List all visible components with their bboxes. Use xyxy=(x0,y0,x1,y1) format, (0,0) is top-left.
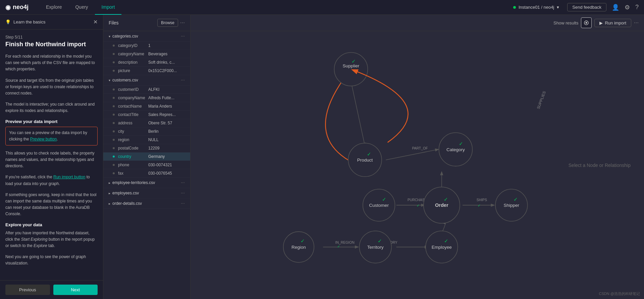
file-row: phone 030-0074321 xyxy=(103,161,190,169)
file-name-emp-territories: employee-territories.csv xyxy=(112,180,155,185)
svg-text:Supplier: Supplier xyxy=(343,63,360,68)
svg-text:Category: Category xyxy=(446,147,465,152)
svg-text:✓: ✓ xyxy=(459,141,463,146)
svg-text:✓: ✓ xyxy=(417,203,420,207)
next-button[interactable]: Next xyxy=(53,285,98,295)
panel-header: 💡 Learn the basics ✕ xyxy=(0,15,103,29)
file-name-customers: customers.csv xyxy=(112,78,138,82)
tab-import[interactable]: Import xyxy=(95,0,122,15)
file-more-icon[interactable]: ⋯ xyxy=(181,201,185,206)
svg-point-1 xyxy=(586,22,587,24)
file-group-header-order-details[interactable]: ▸ order-details.csv ⋯ xyxy=(103,198,190,209)
nav-icon-buttons: 👤 ⚙ ? xyxy=(612,4,639,11)
file-group-header-categories[interactable]: ▾ categories.csv ⋯ xyxy=(103,31,190,42)
files-title: Files xyxy=(109,20,119,25)
top-navigation: ◉ neo4j Explore Query Import Instance01 … xyxy=(0,0,644,15)
graph-canvas[interactable]: 🔍 🗑 xyxy=(191,31,644,299)
logo-icon: ◉ xyxy=(5,4,11,11)
svg-text:Order: Order xyxy=(435,202,448,208)
more-options-icon[interactable]: ⋯ xyxy=(180,20,185,25)
run-import-button[interactable]: ▶ Run import xyxy=(594,19,631,27)
file-row: description Soft drinks, c... xyxy=(103,58,190,67)
row-dot xyxy=(113,164,115,166)
panel-para-2: Source and target IDs from the original … xyxy=(5,77,98,97)
play-icon: ▶ xyxy=(599,20,603,25)
row-dot xyxy=(113,53,115,55)
row-dot xyxy=(113,45,115,47)
file-row: address Obere Str. 57 xyxy=(103,119,190,127)
file-group-employees: ▸ employees.csv ⋯ xyxy=(103,188,190,198)
send-feedback-button[interactable]: Send feedback xyxy=(567,3,606,11)
svg-text:Shipper: Shipper xyxy=(504,203,520,208)
row-dot xyxy=(113,172,115,174)
svg-text:Customer: Customer xyxy=(369,203,389,208)
row-dot xyxy=(113,88,115,91)
help-icon[interactable]: ? xyxy=(635,4,639,11)
file-group-header-customers[interactable]: ▾ customers.csv ⋯ xyxy=(103,75,190,85)
instance-status-dot xyxy=(513,6,516,9)
file-name-order-details: order-details.csv xyxy=(112,201,142,206)
file-row: categoryName Beverages xyxy=(103,50,190,58)
close-panel-button[interactable]: ✕ xyxy=(93,19,98,25)
panel-content: Step 5/11 Finish the Northwind import Fo… xyxy=(0,29,103,280)
settings-icon[interactable]: ⚙ xyxy=(625,4,630,11)
lightbulb-icon: 💡 xyxy=(5,19,11,24)
explore-section-heading: Explore your data xyxy=(5,222,98,227)
instance-selector[interactable]: Instance01 / neo4j ▾ xyxy=(513,5,559,10)
expand-icon: ▸ xyxy=(109,181,110,185)
file-group-order-details: ▸ order-details.csv ⋯ xyxy=(103,198,190,209)
file-more-icon[interactable]: ⋯ xyxy=(181,78,185,82)
preview-section-heading: Preview your data import xyxy=(5,119,98,124)
file-row: picture 0x151C2F000... xyxy=(103,67,190,75)
explore-para-1: After you have imported the Northwind da… xyxy=(5,230,98,249)
svg-text:SHIPS: SHIPS xyxy=(477,198,487,202)
step-title: Finish the Northwind import xyxy=(5,41,98,48)
panel-para-4: This allows you to check node labels, th… xyxy=(5,150,98,170)
svg-text:✓: ✓ xyxy=(337,244,340,248)
svg-text:Region: Region xyxy=(291,245,306,250)
tab-query[interactable]: Query xyxy=(68,0,95,15)
svg-text:Territory: Territory xyxy=(367,245,384,250)
preview-highlight-box: You can see a preview of the data import… xyxy=(5,127,98,145)
file-row-country: country Germany xyxy=(103,153,190,161)
tab-explore[interactable]: Explore xyxy=(39,0,68,15)
svg-text:Product: Product xyxy=(357,158,373,163)
svg-text:✓: ✓ xyxy=(444,238,448,244)
previous-button[interactable]: Previous xyxy=(5,285,50,295)
panel-para-6: If something goes wrong, keep in mind th… xyxy=(5,192,98,218)
file-more-icon[interactable]: ⋯ xyxy=(181,34,185,39)
app-logo: ◉ neo4j xyxy=(5,4,29,11)
row-dot xyxy=(113,70,115,72)
files-toolbar: Browse ⋯ xyxy=(157,19,185,27)
row-dot xyxy=(113,61,115,63)
run-import-link[interactable]: Run import button xyxy=(53,175,85,179)
nav-tabs: Explore Query Import xyxy=(39,0,121,15)
browse-button[interactable]: Browse xyxy=(157,19,178,27)
user-icon[interactable]: 👤 xyxy=(612,4,619,11)
svg-text:✓: ✓ xyxy=(514,197,518,202)
svg-text:✓: ✓ xyxy=(301,238,305,244)
row-dot xyxy=(113,147,115,149)
file-more-icon[interactable]: ⋯ xyxy=(181,191,185,195)
file-group-header-emp-territories[interactable]: ▸ employee-territories.csv ⋯ xyxy=(103,178,190,188)
more-options-icon[interactable]: ⋯ xyxy=(634,20,639,25)
preview-toggle-button[interactable] xyxy=(581,17,592,28)
preview-link[interactable]: Preview button xyxy=(30,137,57,141)
svg-text:✓: ✓ xyxy=(352,59,356,64)
file-row: customerID ALFKI xyxy=(103,85,190,94)
row-dot-selected xyxy=(113,156,115,158)
expand-icon: ▸ xyxy=(109,191,110,195)
svg-text:✓: ✓ xyxy=(444,197,448,202)
panel-title: 💡 Learn the basics xyxy=(5,19,45,24)
expand-icon: ▸ xyxy=(109,202,110,205)
svg-text:✓: ✓ xyxy=(367,152,371,157)
show-results-button[interactable]: Show results xyxy=(553,20,578,25)
row-dot xyxy=(113,130,115,132)
watermark: CSDN @浩浩的科研笔记 xyxy=(599,291,640,296)
main-layout: 💡 Learn the basics ✕ Step 5/11 Finish th… xyxy=(0,15,644,299)
file-more-icon[interactable]: ⋯ xyxy=(181,180,185,185)
row-dot xyxy=(113,122,115,124)
graph-toolbar: Show results ▶ Run import ⋯ xyxy=(191,15,644,31)
file-row: postalCode 12209 xyxy=(103,144,190,153)
file-group-header-employees[interactable]: ▸ employees.csv ⋯ xyxy=(103,188,190,198)
